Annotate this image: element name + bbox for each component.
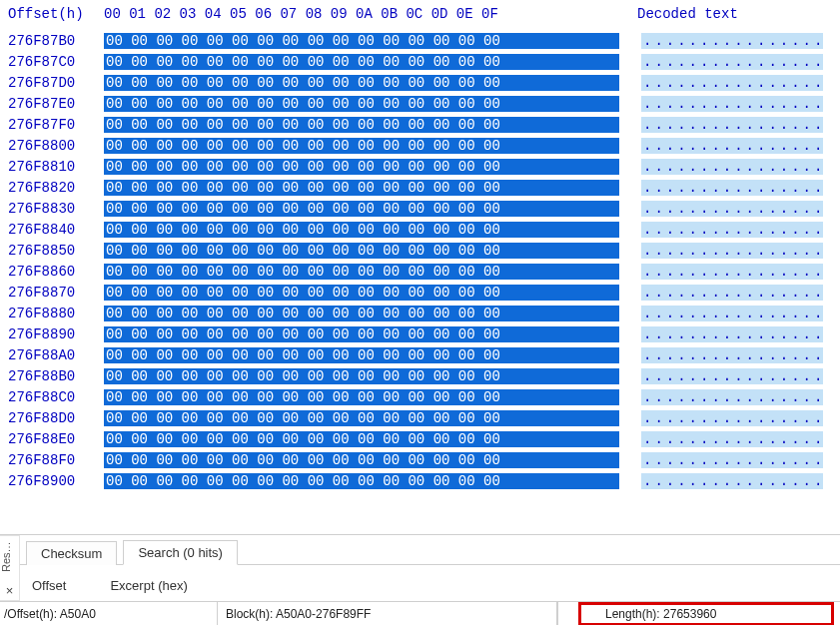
hex-row-bytes[interactable]: 00 00 00 00 00 00 00 00 00 00 00 00 00 0…	[104, 117, 619, 133]
hex-row-offset: 276F87E0	[6, 96, 98, 112]
hex-row[interactable]: 276F889000 00 00 00 00 00 00 00 00 00 00…	[6, 323, 840, 344]
hex-row-decoded[interactable]: ................	[641, 389, 823, 405]
hex-viewer[interactable]: Offset(h) 00 01 02 03 04 05 06 07 08 09 …	[0, 0, 840, 534]
search-offset-label: Offset	[32, 578, 66, 593]
side-tabs: Res… ×	[0, 535, 20, 601]
hex-row[interactable]: 276F885000 00 00 00 00 00 00 00 00 00 00…	[6, 240, 840, 261]
hex-row-offset: 276F8800	[6, 138, 98, 154]
status-divider	[557, 602, 558, 625]
hex-row[interactable]: 276F87B000 00 00 00 00 00 00 00 00 00 00…	[6, 30, 840, 51]
hex-row-decoded[interactable]: ................	[641, 117, 823, 133]
hex-row-bytes[interactable]: 00 00 00 00 00 00 00 00 00 00 00 00 00 0…	[104, 96, 619, 112]
hex-row-bytes[interactable]: 00 00 00 00 00 00 00 00 00 00 00 00 00 0…	[104, 368, 619, 384]
hex-row[interactable]: 276F87F000 00 00 00 00 00 00 00 00 00 00…	[6, 114, 840, 135]
hex-row-bytes[interactable]: 00 00 00 00 00 00 00 00 00 00 00 00 00 0…	[104, 222, 619, 238]
hex-row[interactable]: 276F88E000 00 00 00 00 00 00 00 00 00 00…	[6, 428, 840, 449]
hex-row-offset: 276F8860	[6, 264, 98, 280]
hex-row-decoded[interactable]: ................	[641, 452, 823, 468]
hex-row[interactable]: 276F881000 00 00 00 00 00 00 00 00 00 00…	[6, 156, 840, 177]
hex-row[interactable]: 276F88B000 00 00 00 00 00 00 00 00 00 00…	[6, 365, 840, 386]
hex-row[interactable]: 276F88C000 00 00 00 00 00 00 00 00 00 00…	[6, 386, 840, 407]
hex-row-offset: 276F88A0	[6, 347, 98, 363]
status-offset: /Offset(h): A50A0	[0, 602, 218, 625]
hex-row-offset: 276F87D0	[6, 75, 98, 91]
hex-row[interactable]: 276F88A000 00 00 00 00 00 00 00 00 00 00…	[6, 344, 840, 365]
hex-row-offset: 276F88B0	[6, 368, 98, 384]
hex-row-decoded[interactable]: ................	[641, 347, 823, 363]
hex-row[interactable]: 276F884000 00 00 00 00 00 00 00 00 00 00…	[6, 219, 840, 240]
hex-row-bytes[interactable]: 00 00 00 00 00 00 00 00 00 00 00 00 00 0…	[104, 452, 619, 468]
hex-row-decoded[interactable]: ................	[641, 306, 823, 321]
hex-row-offset: 276F8870	[6, 285, 98, 301]
hex-row-offset: 276F88C0	[6, 389, 98, 405]
hex-row-bytes[interactable]: 00 00 00 00 00 00 00 00 00 00 00 00 00 0…	[104, 326, 619, 342]
hex-row-decoded[interactable]: ................	[641, 285, 823, 301]
hex-row-bytes[interactable]: 00 00 00 00 00 00 00 00 00 00 00 00 00 0…	[104, 285, 619, 301]
hex-row-offset: 276F88F0	[6, 452, 98, 468]
hex-row-bytes[interactable]: 00 00 00 00 00 00 00 00 00 00 00 00 00 0…	[104, 410, 619, 426]
hex-row-bytes[interactable]: 00 00 00 00 00 00 00 00 00 00 00 00 00 0…	[104, 306, 619, 321]
hex-row-decoded[interactable]: ................	[641, 96, 823, 112]
bottom-panel: Res… × Checksum Search (0 hits) Offset E…	[0, 534, 840, 601]
hex-row[interactable]: 276F886000 00 00 00 00 00 00 00 00 00 00…	[6, 261, 840, 282]
hex-row-offset: 276F8900	[6, 473, 98, 489]
hex-data-rows[interactable]: 276F87B000 00 00 00 00 00 00 00 00 00 00…	[6, 30, 840, 491]
hex-row-decoded[interactable]: ................	[641, 222, 823, 238]
hex-row[interactable]: 276F883000 00 00 00 00 00 00 00 00 00 00…	[6, 198, 840, 219]
hex-row-offset: 276F87B0	[6, 33, 98, 49]
hex-row[interactable]: 276F887000 00 00 00 00 00 00 00 00 00 00…	[6, 282, 840, 303]
hex-row-bytes[interactable]: 00 00 00 00 00 00 00 00 00 00 00 00 00 0…	[104, 33, 619, 49]
hex-row-bytes[interactable]: 00 00 00 00 00 00 00 00 00 00 00 00 00 0…	[104, 347, 619, 363]
hex-row-decoded[interactable]: ................	[641, 264, 823, 280]
search-excerpt-label: Excerpt (hex)	[110, 578, 187, 593]
hex-row-bytes[interactable]: 00 00 00 00 00 00 00 00 00 00 00 00 00 0…	[104, 180, 619, 196]
hex-row[interactable]: 276F880000 00 00 00 00 00 00 00 00 00 00…	[6, 135, 840, 156]
hex-row-bytes[interactable]: 00 00 00 00 00 00 00 00 00 00 00 00 00 0…	[104, 243, 619, 259]
hex-row-bytes[interactable]: 00 00 00 00 00 00 00 00 00 00 00 00 00 0…	[104, 201, 619, 217]
hex-row-offset: 276F8820	[6, 180, 98, 196]
hex-row-bytes[interactable]: 00 00 00 00 00 00 00 00 00 00 00 00 00 0…	[104, 473, 619, 489]
hex-row-decoded[interactable]: ................	[641, 410, 823, 426]
hex-header-row: Offset(h) 00 01 02 03 04 05 06 07 08 09 …	[6, 4, 840, 24]
hex-row-bytes[interactable]: 00 00 00 00 00 00 00 00 00 00 00 00 00 0…	[104, 138, 619, 154]
header-decoded-label: Decoded text	[613, 6, 738, 22]
side-tab-results[interactable]: Res…	[0, 535, 19, 577]
hex-row-bytes[interactable]: 00 00 00 00 00 00 00 00 00 00 00 00 00 0…	[104, 159, 619, 175]
hex-row[interactable]: 276F882000 00 00 00 00 00 00 00 00 00 00…	[6, 177, 840, 198]
hex-row[interactable]: 276F888000 00 00 00 00 00 00 00 00 00 00…	[6, 303, 840, 323]
tab-checksum[interactable]: Checksum	[26, 541, 117, 565]
close-icon[interactable]: ×	[0, 577, 19, 601]
tab-strip: Checksum Search (0 hits)	[20, 535, 840, 565]
hex-row-decoded[interactable]: ................	[641, 201, 823, 217]
hex-row-decoded[interactable]: ................	[641, 326, 823, 342]
hex-row-decoded[interactable]: ................	[641, 180, 823, 196]
hex-row-decoded[interactable]: ................	[641, 473, 823, 489]
hex-row[interactable]: 276F88F000 00 00 00 00 00 00 00 00 00 00…	[6, 449, 840, 470]
hex-row-bytes[interactable]: 00 00 00 00 00 00 00 00 00 00 00 00 00 0…	[104, 54, 619, 70]
hex-row-decoded[interactable]: ................	[641, 431, 823, 447]
status-length: Length(h): 27653960	[578, 602, 834, 626]
hex-row-offset: 276F87F0	[6, 117, 98, 133]
hex-row[interactable]: 276F87E000 00 00 00 00 00 00 00 00 00 00…	[6, 93, 840, 114]
hex-row-bytes[interactable]: 00 00 00 00 00 00 00 00 00 00 00 00 00 0…	[104, 75, 619, 91]
header-offset-label: Offset(h)	[6, 6, 98, 22]
tab-search[interactable]: Search (0 hits)	[123, 540, 238, 565]
hex-row-decoded[interactable]: ................	[641, 138, 823, 154]
hex-row-decoded[interactable]: ................	[641, 33, 823, 49]
hex-row-bytes[interactable]: 00 00 00 00 00 00 00 00 00 00 00 00 00 0…	[104, 264, 619, 280]
hex-row[interactable]: 276F88D000 00 00 00 00 00 00 00 00 00 00…	[6, 407, 840, 428]
hex-row[interactable]: 276F87C000 00 00 00 00 00 00 00 00 00 00…	[6, 51, 840, 72]
hex-row-bytes[interactable]: 00 00 00 00 00 00 00 00 00 00 00 00 00 0…	[104, 389, 619, 405]
hex-row-offset: 276F8810	[6, 159, 98, 175]
hex-row[interactable]: 276F87D000 00 00 00 00 00 00 00 00 00 00…	[6, 72, 840, 93]
hex-row-decoded[interactable]: ................	[641, 54, 823, 70]
hex-row-bytes[interactable]: 00 00 00 00 00 00 00 00 00 00 00 00 00 0…	[104, 431, 619, 447]
hex-row-decoded[interactable]: ................	[641, 243, 823, 259]
hex-row[interactable]: 276F890000 00 00 00 00 00 00 00 00 00 00…	[6, 470, 840, 491]
hex-row-decoded[interactable]: ................	[641, 75, 823, 91]
hex-row-decoded[interactable]: ................	[641, 159, 823, 175]
status-block: Block(h): A50A0-276F89FF	[218, 602, 557, 625]
hex-row-decoded[interactable]: ................	[641, 368, 823, 384]
search-row: Offset Excerpt (hex)	[20, 565, 840, 601]
hex-row-offset: 276F8890	[6, 326, 98, 342]
